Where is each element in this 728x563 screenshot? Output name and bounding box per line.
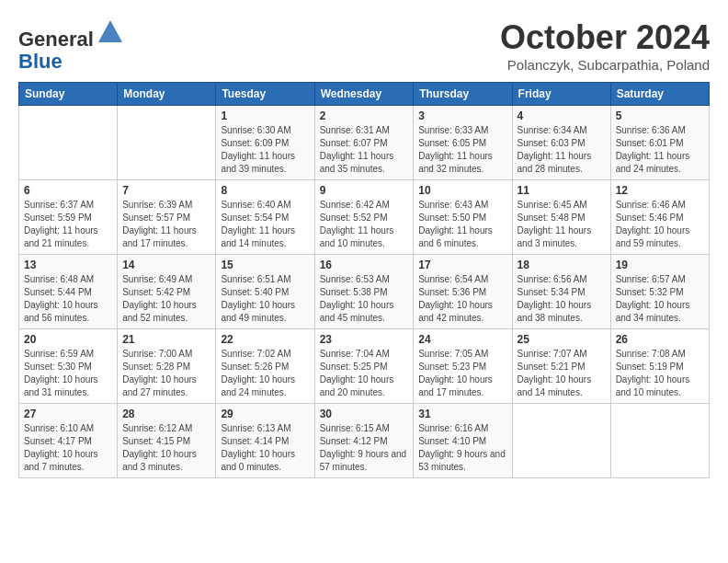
weekday-header: Tuesday — [216, 83, 314, 106]
calendar-cell: 19Sunrise: 6:57 AM Sunset: 5:32 PM Dayli… — [610, 255, 709, 329]
day-detail: Sunrise: 6:12 AM Sunset: 4:15 PM Dayligh… — [122, 422, 210, 474]
calendar-cell: 12Sunrise: 6:46 AM Sunset: 5:46 PM Dayli… — [610, 180, 709, 255]
day-number: 7 — [122, 184, 210, 197]
day-number: 26 — [616, 333, 704, 346]
calendar-cell: 30Sunrise: 6:15 AM Sunset: 4:12 PM Dayli… — [314, 404, 414, 478]
weekday-header: Monday — [118, 83, 216, 106]
calendar-cell: 21Sunrise: 7:00 AM Sunset: 5:28 PM Dayli… — [118, 329, 216, 404]
day-number: 20 — [24, 333, 112, 346]
day-number: 24 — [418, 333, 506, 346]
day-detail: Sunrise: 7:00 AM Sunset: 5:28 PM Dayligh… — [122, 348, 210, 399]
day-number: 1 — [221, 109, 309, 122]
day-detail: Sunrise: 6:31 AM Sunset: 6:07 PM Dayligh… — [320, 124, 409, 176]
day-number: 27 — [24, 408, 112, 420]
day-number: 10 — [418, 184, 506, 197]
day-number: 21 — [122, 333, 210, 346]
day-detail: Sunrise: 6:59 AM Sunset: 5:30 PM Dayligh… — [24, 348, 112, 399]
day-number: 16 — [320, 259, 409, 271]
day-number: 6 — [24, 184, 112, 197]
calendar-cell: 6Sunrise: 6:37 AM Sunset: 5:59 PM Daylig… — [19, 180, 118, 255]
day-number: 29 — [221, 408, 309, 420]
day-detail: Sunrise: 6:40 AM Sunset: 5:54 PM Dayligh… — [221, 199, 309, 250]
calendar-cell: 10Sunrise: 6:43 AM Sunset: 5:50 PM Dayli… — [414, 180, 512, 255]
day-number: 18 — [518, 259, 606, 271]
day-detail: Sunrise: 6:39 AM Sunset: 5:57 PM Dayligh… — [122, 199, 210, 250]
day-detail: Sunrise: 6:56 AM Sunset: 5:34 PM Dayligh… — [518, 273, 606, 325]
day-number: 23 — [320, 333, 409, 346]
day-detail: Sunrise: 6:54 AM Sunset: 5:36 PM Dayligh… — [418, 273, 506, 325]
day-number: 9 — [320, 184, 409, 197]
day-number: 13 — [24, 259, 112, 271]
calendar-cell: 17Sunrise: 6:54 AM Sunset: 5:36 PM Dayli… — [414, 255, 512, 329]
day-detail: Sunrise: 6:30 AM Sunset: 6:09 PM Dayligh… — [221, 124, 309, 176]
calendar-week-row: 1Sunrise: 6:30 AM Sunset: 6:09 PM Daylig… — [19, 106, 710, 180]
day-number: 5 — [616, 109, 704, 122]
day-detail: Sunrise: 6:33 AM Sunset: 6:05 PM Dayligh… — [418, 124, 506, 176]
weekday-header: Friday — [512, 83, 610, 106]
day-detail: Sunrise: 6:10 AM Sunset: 4:17 PM Dayligh… — [24, 422, 112, 474]
calendar-cell: 31Sunrise: 6:16 AM Sunset: 4:10 PM Dayli… — [414, 404, 512, 478]
day-detail: Sunrise: 6:36 AM Sunset: 6:01 PM Dayligh… — [616, 124, 704, 176]
month-title: October 2024 — [500, 18, 710, 57]
day-detail: Sunrise: 6:45 AM Sunset: 5:48 PM Dayligh… — [518, 199, 606, 250]
day-detail: Sunrise: 6:46 AM Sunset: 5:46 PM Dayligh… — [616, 199, 704, 250]
calendar-cell: 3Sunrise: 6:33 AM Sunset: 6:05 PM Daylig… — [414, 106, 512, 180]
calendar-week-row: 27Sunrise: 6:10 AM Sunset: 4:17 PM Dayli… — [19, 404, 710, 478]
day-detail: Sunrise: 6:57 AM Sunset: 5:32 PM Dayligh… — [616, 273, 704, 325]
calendar-cell: 22Sunrise: 7:02 AM Sunset: 5:26 PM Dayli… — [216, 329, 314, 404]
calendar-cell: 13Sunrise: 6:48 AM Sunset: 5:44 PM Dayli… — [19, 255, 118, 329]
day-detail: Sunrise: 6:13 AM Sunset: 4:14 PM Dayligh… — [221, 422, 309, 474]
day-number: 31 — [418, 408, 506, 420]
calendar-cell: 5Sunrise: 6:36 AM Sunset: 6:01 PM Daylig… — [610, 106, 709, 180]
calendar-cell: 20Sunrise: 6:59 AM Sunset: 5:30 PM Dayli… — [19, 329, 118, 404]
day-number: 28 — [122, 408, 210, 420]
calendar-cell: 9Sunrise: 6:42 AM Sunset: 5:52 PM Daylig… — [314, 180, 414, 255]
logo-blue: Blue — [18, 50, 63, 73]
day-detail: Sunrise: 6:37 AM Sunset: 5:59 PM Dayligh… — [24, 199, 112, 250]
day-detail: Sunrise: 7:02 AM Sunset: 5:26 PM Dayligh… — [221, 348, 309, 399]
day-detail: Sunrise: 6:48 AM Sunset: 5:44 PM Dayligh… — [24, 273, 112, 325]
calendar-cell: 23Sunrise: 7:04 AM Sunset: 5:25 PM Dayli… — [314, 329, 414, 404]
calendar-cell: 8Sunrise: 6:40 AM Sunset: 5:54 PM Daylig… — [216, 180, 314, 255]
day-detail: Sunrise: 6:43 AM Sunset: 5:50 PM Dayligh… — [418, 199, 506, 250]
calendar-cell: 15Sunrise: 6:51 AM Sunset: 5:40 PM Dayli… — [216, 255, 314, 329]
calendar-cell: 4Sunrise: 6:34 AM Sunset: 6:03 PM Daylig… — [512, 106, 610, 180]
calendar-week-row: 20Sunrise: 6:59 AM Sunset: 5:30 PM Dayli… — [19, 329, 710, 404]
calendar-week-row: 6Sunrise: 6:37 AM Sunset: 5:59 PM Daylig… — [19, 180, 710, 255]
day-detail: Sunrise: 7:08 AM Sunset: 5:19 PM Dayligh… — [616, 348, 704, 399]
calendar-cell — [512, 404, 610, 478]
calendar-cell: 29Sunrise: 6:13 AM Sunset: 4:14 PM Dayli… — [216, 404, 314, 478]
day-number: 11 — [518, 184, 606, 197]
day-number: 25 — [518, 333, 606, 346]
day-detail: Sunrise: 6:49 AM Sunset: 5:42 PM Dayligh… — [122, 273, 210, 325]
day-detail: Sunrise: 7:04 AM Sunset: 5:25 PM Dayligh… — [320, 348, 409, 399]
calendar-cell: 2Sunrise: 6:31 AM Sunset: 6:07 PM Daylig… — [314, 106, 414, 180]
title-block: October 2024 Polanczyk, Subcarpathia, Po… — [500, 18, 710, 73]
calendar-cell — [118, 106, 216, 180]
day-number: 19 — [616, 259, 704, 271]
day-number: 17 — [418, 259, 506, 271]
day-detail: Sunrise: 6:51 AM Sunset: 5:40 PM Dayligh… — [221, 273, 309, 325]
weekday-header-row: SundayMondayTuesdayWednesdayThursdayFrid… — [19, 83, 710, 106]
weekday-header: Thursday — [414, 83, 512, 106]
calendar-cell: 18Sunrise: 6:56 AM Sunset: 5:34 PM Dayli… — [512, 255, 610, 329]
calendar-cell: 7Sunrise: 6:39 AM Sunset: 5:57 PM Daylig… — [118, 180, 216, 255]
day-detail: Sunrise: 6:42 AM Sunset: 5:52 PM Dayligh… — [320, 199, 409, 250]
day-detail: Sunrise: 6:15 AM Sunset: 4:12 PM Dayligh… — [320, 422, 409, 474]
day-detail: Sunrise: 6:16 AM Sunset: 4:10 PM Dayligh… — [418, 422, 506, 474]
location: Polanczyk, Subcarpathia, Poland — [500, 57, 710, 73]
page-header: General Blue October 2024 Polanczyk, Sub… — [18, 18, 710, 73]
day-detail: Sunrise: 6:53 AM Sunset: 5:38 PM Dayligh… — [320, 273, 409, 325]
svg-marker-0 — [98, 20, 122, 42]
calendar-cell: 14Sunrise: 6:49 AM Sunset: 5:42 PM Dayli… — [118, 255, 216, 329]
day-number: 2 — [320, 109, 409, 122]
calendar-cell: 28Sunrise: 6:12 AM Sunset: 4:15 PM Dayli… — [118, 404, 216, 478]
day-number: 15 — [221, 259, 309, 271]
day-detail: Sunrise: 7:05 AM Sunset: 5:23 PM Dayligh… — [418, 348, 506, 399]
logo-general: General — [18, 28, 94, 51]
calendar-cell: 26Sunrise: 7:08 AM Sunset: 5:19 PM Dayli… — [610, 329, 709, 404]
day-number: 22 — [221, 333, 309, 346]
calendar-cell — [19, 106, 118, 180]
calendar-week-row: 13Sunrise: 6:48 AM Sunset: 5:44 PM Dayli… — [19, 255, 710, 329]
calendar-table: SundayMondayTuesdayWednesdayThursdayFrid… — [18, 82, 710, 478]
